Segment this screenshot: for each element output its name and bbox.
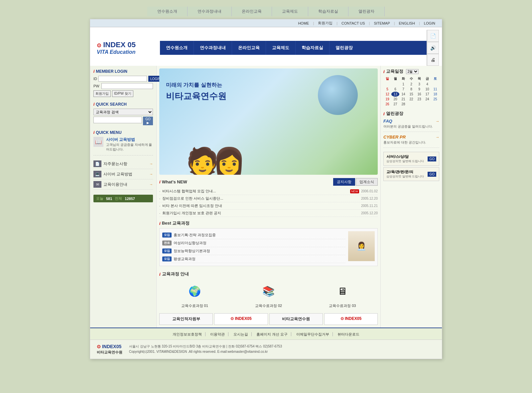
search-category-select[interactable]: 교육과정 검색 — [93, 109, 153, 115]
edu-program-2[interactable]: 🖥 교육수료과정 03 — [307, 280, 378, 308]
footer-nav-directions[interactable]: 오시는길 — [230, 332, 252, 336]
cal-day-3-5[interactable]: 24 — [423, 97, 431, 102]
cal-day-2-5[interactable]: 17 — [423, 92, 431, 97]
nav-item-resources[interactable]: 학습자료실 — [296, 41, 330, 55]
doc-icon-btn[interactable]: 📄 — [427, 30, 439, 42]
plaza-faq-title[interactable]: FAQ → — [383, 119, 439, 124]
cal-day-1-6[interactable]: 11 — [431, 87, 439, 92]
cal-day-0-3[interactable]: 2 — [407, 82, 415, 87]
cal-day-4-6[interactable] — [431, 102, 439, 107]
nav-item-system[interactable]: 교육제도 — [266, 41, 296, 55]
news-text-0[interactable]: 비타시스템 협력업체 모집 안내... — [162, 189, 348, 194]
nav-item-courses[interactable]: 연수과정내내 — [194, 41, 232, 55]
sound-icon-btn[interactable]: 🔊 — [427, 42, 439, 54]
top-link-login[interactable]: LOGIN — [424, 21, 435, 25]
quick-menu-i-icon: i — [93, 130, 94, 135]
course-name-1[interactable]: 여성리더십향상과정 — [174, 241, 206, 246]
plaza-cyberpr-label: CYBER PR — [383, 135, 406, 140]
cal-day-3-4[interactable]: 23 — [415, 97, 423, 102]
edu-program-0[interactable]: 🌍 교육수료과정 01 — [159, 280, 230, 308]
footer-nav-terms[interactable]: 이용약관 — [207, 332, 228, 336]
tab-notices[interactable]: 공지사항 — [333, 178, 355, 186]
cal-day-0-2[interactable]: 1 — [399, 82, 407, 87]
course-badge-1: 완료 — [162, 241, 172, 246]
find-id-pw-btn[interactable]: ID/PW 찾기 — [112, 90, 133, 97]
quick-link-edu-info[interactable]: ✉ 교육이용안내 → — [93, 179, 153, 190]
print-icon-btn[interactable]: 🖨 — [427, 54, 439, 66]
hero-slogan: 미래의 가치를 실현하는 — [166, 82, 226, 89]
divider-4: | — [394, 21, 395, 25]
service-go-btn-1[interactable]: GO — [428, 172, 436, 177]
cal-day-2-0[interactable]: 12 — [383, 92, 391, 97]
footer-nav-feedback[interactable]: 홈페이지 개선 요구 — [253, 332, 291, 336]
service-btn-0[interactable]: 서/비/스/상/담 삼성성의껏 달변해 드립니다 GO — [383, 152, 439, 166]
cal-day-3-2[interactable]: 21 — [399, 97, 407, 102]
search-go-button[interactable]: GO ▶ — [143, 117, 153, 125]
course-name-3[interactable]: 평생교육과정 — [174, 256, 196, 261]
cal-day-3-1[interactable]: 20 — [391, 97, 399, 102]
cal-day-4-1[interactable]: 27 — [391, 102, 399, 107]
top-link-english[interactable]: ENGLISH — [399, 21, 415, 25]
service-go-btn-0[interactable]: GO — [428, 156, 436, 161]
cal-day-1-0[interactable]: 5 — [383, 87, 391, 92]
footer-red-circle: ⊙ — [97, 344, 101, 349]
id-input[interactable] — [98, 76, 147, 82]
footer-nav-privacy[interactable]: 개인정보보호정책 — [169, 332, 205, 336]
nav-item-intro[interactable]: 연수원소개 — [160, 41, 194, 55]
register-btn[interactable]: 회원가입 — [93, 90, 111, 97]
cal-day-0-0[interactable] — [383, 82, 391, 87]
course-name-0[interactable]: 홍보기획·전략 과정모집중 — [174, 233, 216, 238]
cal-day-0-4[interactable]: 3 — [415, 82, 423, 87]
top-link-sitemap[interactable]: SITEMAP — [374, 21, 390, 25]
news-text-2[interactable]: 비타 본사 이전에 따른 임시조정 안내 — [162, 203, 359, 208]
news-text-3[interactable]: 회원가입시 개인정보 보호 관련 공지 — [162, 211, 359, 216]
cal-day-0-5[interactable]: 4 — [423, 82, 431, 87]
cal-day-2-3[interactable]: 15 — [407, 92, 415, 97]
cal-day-4-2[interactable]: 28 — [399, 102, 407, 107]
tab-industry[interactable]: 업계소식 — [356, 178, 378, 186]
cal-day-3-0[interactable]: 19 — [383, 97, 391, 102]
cal-day-2-4[interactable]: 16 — [415, 92, 423, 97]
top-link-register[interactable]: 회원가입 — [318, 21, 332, 26]
plaza-cyberpr-title[interactable]: CYBER PR → — [383, 135, 439, 140]
course-name-2[interactable]: 정보능력향상기본과정 — [174, 248, 210, 253]
course-item-1: 완료 여성리더십향상과정 — [162, 239, 345, 247]
edu-program-1[interactable]: 📚 교육수료과정 02 — [233, 280, 304, 308]
cal-day-4-3[interactable] — [407, 102, 415, 107]
top-link-home[interactable]: HOME — [298, 21, 309, 25]
cal-day-2-2[interactable]: 14 — [399, 92, 407, 97]
cal-day-0-1[interactable] — [391, 82, 399, 87]
cal-day-2-1[interactable]: 13 — [391, 92, 399, 97]
bottom-link-1[interactable]: ⊙ INDEX05 — [214, 313, 268, 325]
nav-item-plaza[interactable]: 열린광장 — [330, 41, 359, 55]
cal-day-3-6[interactable]: 25 — [431, 97, 439, 102]
service-btn-1[interactable]: 교/육/관/련/문/의 삼성성의껏 달변해 드립니다 GO — [383, 167, 439, 181]
quick-link-faq[interactable]: 📄 자주묻는사항 → — [93, 159, 153, 169]
top-link-contact[interactable]: CONTACT US — [341, 21, 365, 25]
footer-nav-no-spam[interactable]: 이메일무단수집거부 — [293, 332, 333, 336]
news-text-1[interactable]: 장비점검으로 인한 서비스 일시중단... — [162, 196, 359, 201]
outside-nav-item-1: 연수원소개 — [147, 7, 188, 16]
featured-menu-item[interactable]: 📖 사이버 교육방법 고객님의 궁금증을 자세하게 풀어드립니다. — [93, 137, 153, 155]
cal-day-1-1[interactable]: 6 — [391, 87, 399, 92]
cal-day-2-6[interactable]: 18 — [431, 92, 439, 97]
pw-input[interactable] — [101, 83, 153, 89]
cal-day-4-0[interactable]: 26 — [383, 102, 391, 107]
cal-day-1-5[interactable]: 10 — [423, 87, 431, 92]
site-footer: ⊙ INDEX05 비타교육연수원 서울시 강남구 노현통 320-15 비타마… — [90, 340, 442, 359]
cal-day-1-2[interactable]: 7 — [399, 87, 407, 92]
bottom-link-2[interactable]: 비타교육연수원 — [269, 313, 323, 325]
cal-day-4-4[interactable] — [415, 102, 423, 107]
cal-day-3-3[interactable]: 22 — [407, 97, 415, 102]
quick-link-cyber[interactable]: 💻 사이버 교육방법 → — [93, 169, 153, 179]
calendar-month-select[interactable]: 2월 — [406, 69, 419, 74]
cal-day-1-4[interactable]: 9 — [415, 87, 423, 92]
cal-day-1-3[interactable]: 8 — [407, 87, 415, 92]
bottom-link-0[interactable]: 교육인적자원부 — [159, 313, 213, 325]
search-input[interactable] — [93, 117, 142, 123]
nav-item-online[interactable]: 온라인교육 — [232, 41, 266, 55]
bottom-link-3[interactable]: ⊙ INDEX05 — [324, 313, 378, 325]
cal-day-4-5[interactable] — [423, 102, 431, 107]
featured-menu-title[interactable]: 사이버 교육방법 — [106, 137, 153, 143]
footer-nav-viewer[interactable]: 뷰터다운로드 — [334, 332, 363, 336]
